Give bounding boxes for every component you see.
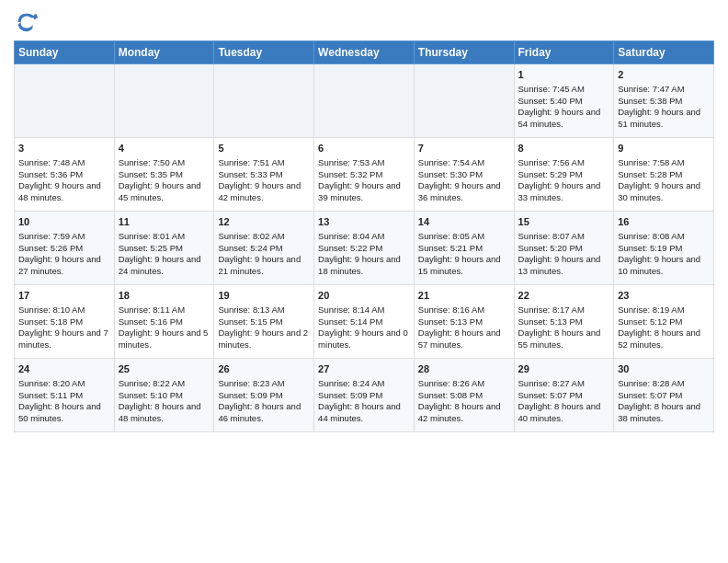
day-cell: 15Sunrise: 8:07 AMSunset: 5:20 PMDayligh… [514,212,614,285]
calendar-body: 1Sunrise: 7:45 AMSunset: 5:40 PMDaylight… [15,64,714,432]
sunset-text: Sunset: 5:14 PM [318,316,410,328]
sunrise-text: Sunrise: 8:24 AM [318,378,410,390]
week-row-2: 10Sunrise: 7:59 AMSunset: 5:26 PMDayligh… [15,212,714,285]
daylight-text: Daylight: 8 hours and 52 minutes. [618,327,710,351]
daylight-text: Daylight: 9 hours and 42 minutes. [218,180,310,204]
week-row-3: 17Sunrise: 8:10 AMSunset: 5:18 PMDayligh… [15,285,714,359]
day-cell [114,64,214,138]
day-cell: 11Sunrise: 8:01 AMSunset: 5:25 PMDayligh… [114,212,214,285]
sunrise-text: Sunrise: 8:08 AM [618,231,710,243]
sunset-text: Sunset: 5:09 PM [318,390,410,402]
day-number: 26 [218,362,310,376]
day-number: 23 [618,289,710,303]
calendar-table: SundayMondayTuesdayWednesdayThursdayFrid… [14,40,714,432]
day-number: 2 [618,68,710,82]
day-number: 30 [618,362,710,376]
sunrise-text: Sunrise: 8:05 AM [418,231,510,243]
day-cell: 21Sunrise: 8:16 AMSunset: 5:13 PMDayligh… [414,285,514,359]
daylight-text: Daylight: 8 hours and 50 minutes. [18,401,110,425]
sunset-text: Sunset: 5:07 PM [618,390,710,402]
sunset-text: Sunset: 5:21 PM [418,243,510,255]
sunset-text: Sunset: 5:33 PM [218,169,310,181]
header-cell-saturday: Saturday [614,41,714,64]
header [14,9,714,35]
daylight-text: Daylight: 9 hours and 0 minutes. [318,327,410,351]
daylight-text: Daylight: 9 hours and 15 minutes. [418,254,510,278]
logo-icon [14,9,40,35]
sunrise-text: Sunrise: 7:56 AM [518,157,610,169]
day-cell: 19Sunrise: 8:13 AMSunset: 5:15 PMDayligh… [214,285,314,359]
calendar-header: SundayMondayTuesdayWednesdayThursdayFrid… [15,41,714,64]
week-row-1: 3Sunrise: 7:48 AMSunset: 5:36 PMDaylight… [15,138,714,212]
day-cell: 1Sunrise: 7:45 AMSunset: 5:40 PMDaylight… [514,64,614,138]
day-number: 3 [18,142,110,155]
daylight-text: Daylight: 8 hours and 40 minutes. [518,401,610,425]
day-number: 28 [418,362,510,376]
day-cell: 29Sunrise: 8:27 AMSunset: 5:07 PMDayligh… [514,359,614,432]
sunset-text: Sunset: 5:28 PM [618,169,710,181]
sunrise-text: Sunrise: 8:20 AM [18,378,110,390]
sunset-text: Sunset: 5:10 PM [119,390,210,402]
day-number: 19 [218,289,310,303]
daylight-text: Daylight: 9 hours and 21 minutes. [218,254,310,278]
sunrise-text: Sunrise: 7:54 AM [418,157,510,169]
sunrise-text: Sunrise: 7:50 AM [119,157,210,169]
header-cell-wednesday: Wednesday [314,41,415,64]
sunset-text: Sunset: 5:35 PM [119,169,210,181]
day-cell [214,64,314,138]
header-cell-thursday: Thursday [414,41,514,64]
day-cell: 2Sunrise: 7:47 AMSunset: 5:38 PMDaylight… [614,64,714,138]
day-cell: 3Sunrise: 7:48 AMSunset: 5:36 PMDaylight… [15,138,115,212]
day-cell: 13Sunrise: 8:04 AMSunset: 5:22 PMDayligh… [314,212,415,285]
day-number: 16 [618,215,710,229]
sunrise-text: Sunrise: 8:11 AM [119,304,210,316]
day-cell: 4Sunrise: 7:50 AMSunset: 5:35 PMDaylight… [114,138,214,212]
day-number: 8 [518,142,610,155]
sunset-text: Sunset: 5:40 PM [518,96,610,108]
sunset-text: Sunset: 5:22 PM [318,243,410,255]
sunrise-text: Sunrise: 8:19 AM [618,304,710,316]
day-cell: 22Sunrise: 8:17 AMSunset: 5:13 PMDayligh… [514,285,614,359]
daylight-text: Daylight: 9 hours and 10 minutes. [618,254,710,278]
day-number: 4 [119,142,210,155]
daylight-text: Daylight: 8 hours and 48 minutes. [119,401,210,425]
daylight-text: Daylight: 9 hours and 27 minutes. [18,254,110,278]
day-cell: 30Sunrise: 8:28 AMSunset: 5:07 PMDayligh… [614,359,714,432]
day-number: 6 [318,142,410,155]
sunset-text: Sunset: 5:07 PM [518,390,610,402]
day-cell: 23Sunrise: 8:19 AMSunset: 5:12 PMDayligh… [614,285,714,359]
daylight-text: Daylight: 8 hours and 44 minutes. [318,401,410,425]
header-cell-sunday: Sunday [15,41,115,64]
day-cell [314,64,415,138]
day-cell: 6Sunrise: 7:53 AMSunset: 5:32 PMDaylight… [314,138,415,212]
day-number: 14 [418,215,510,229]
sunset-text: Sunset: 5:13 PM [418,316,510,328]
day-number: 17 [18,289,110,303]
daylight-text: Daylight: 9 hours and 45 minutes. [119,180,210,204]
day-number: 1 [518,68,610,82]
sunset-text: Sunset: 5:15 PM [218,316,310,328]
day-cell: 20Sunrise: 8:14 AMSunset: 5:14 PMDayligh… [314,285,415,359]
day-number: 21 [418,289,510,303]
sunrise-text: Sunrise: 8:01 AM [119,231,210,243]
day-cell: 12Sunrise: 8:02 AMSunset: 5:24 PMDayligh… [214,212,314,285]
header-cell-tuesday: Tuesday [214,41,314,64]
day-number: 15 [518,215,610,229]
sunrise-text: Sunrise: 7:47 AM [618,84,710,96]
daylight-text: Daylight: 8 hours and 55 minutes. [518,327,610,351]
day-cell: 16Sunrise: 8:08 AMSunset: 5:19 PMDayligh… [614,212,714,285]
day-number: 11 [119,215,210,229]
sunrise-text: Sunrise: 8:02 AM [218,231,310,243]
sunset-text: Sunset: 5:12 PM [618,316,710,328]
daylight-text: Daylight: 8 hours and 38 minutes. [618,401,710,425]
sunrise-text: Sunrise: 8:14 AM [318,304,410,316]
daylight-text: Daylight: 9 hours and 7 minutes. [18,327,110,351]
sunset-text: Sunset: 5:18 PM [18,316,110,328]
sunrise-text: Sunrise: 8:26 AM [418,378,510,390]
daylight-text: Daylight: 9 hours and 36 minutes. [418,180,510,204]
sunset-text: Sunset: 5:32 PM [318,169,410,181]
day-cell: 28Sunrise: 8:26 AMSunset: 5:08 PMDayligh… [414,359,514,432]
sunrise-text: Sunrise: 8:04 AM [318,231,410,243]
sunset-text: Sunset: 5:30 PM [418,169,510,181]
day-cell [15,64,115,138]
